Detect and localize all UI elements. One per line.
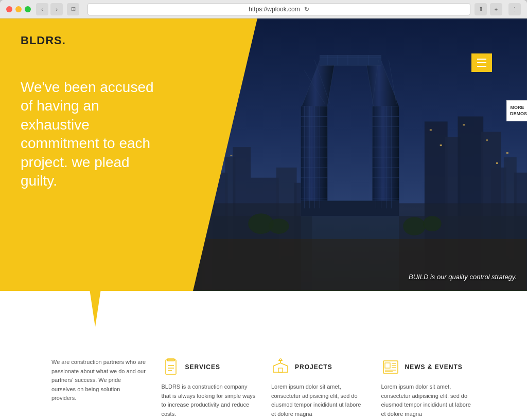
- svg-point-74: [403, 217, 426, 235]
- minimize-dot[interactable]: [15, 6, 22, 12]
- more-demos-label: MORE DEMOS: [510, 105, 527, 116]
- share-button[interactable]: ⬆: [475, 3, 487, 15]
- bottom-section: We are construction partners who are pas…: [0, 327, 527, 420]
- browser-nav: ‹ ›: [36, 3, 63, 15]
- hero-headline: We've been accused of having an exhausti…: [21, 78, 154, 190]
- svg-point-73: [269, 218, 289, 234]
- website-content: BLDRS. We've been accused of having an e…: [0, 19, 527, 420]
- browser-actions: ⬆ + ⋮: [475, 3, 521, 15]
- services-text: BLDRS is a construction company that is …: [162, 382, 256, 418]
- hero-caption: BUILD is our quality control strategy.: [409, 273, 517, 281]
- news-title: NEWS & EVENTS: [405, 363, 463, 371]
- projects-text: Lorem ipsum dolor sit amet, consectetur …: [271, 382, 366, 418]
- browser-titlebar: ‹ › ⊡ https://wplook.com ↻ ⬆ + ⋮: [0, 0, 527, 19]
- logo: BLDRS.: [21, 34, 237, 47]
- menu-line-1: [477, 59, 486, 60]
- svg-rect-65: [430, 129, 432, 131]
- refresh-icon[interactable]: ↻: [304, 6, 309, 13]
- projects-icon: [271, 358, 290, 376]
- svg-rect-64: [231, 155, 233, 156]
- url-text: https://wplook.com: [249, 6, 300, 13]
- news-icon: [381, 358, 400, 376]
- maximize-dot[interactable]: [25, 6, 31, 12]
- services-icon-area: SERVICES: [162, 358, 220, 376]
- sidebar-button[interactable]: ⋮: [508, 3, 521, 15]
- hamburger-menu-button[interactable]: [471, 53, 492, 72]
- chevron-area: [0, 291, 527, 327]
- menu-line-3: [477, 66, 486, 67]
- svg-rect-70: [506, 152, 508, 154]
- projects-title: PROJECTS: [295, 363, 332, 371]
- svg-rect-84: [385, 363, 390, 368]
- svg-rect-76: [166, 360, 176, 374]
- forward-button[interactable]: ›: [50, 3, 63, 15]
- window-toggle-button[interactable]: ⊡: [67, 3, 79, 15]
- projects-icon-area: PROJECTS: [271, 358, 332, 376]
- svg-rect-71: [184, 239, 527, 290]
- svg-rect-21: [301, 200, 399, 216]
- browser-window: ‹ › ⊡ https://wplook.com ↻ ⬆ + ⋮ MORE DE…: [0, 0, 527, 420]
- menu-line-2: [477, 62, 486, 63]
- hero-section: BLDRS. We've been accused of having an e…: [0, 19, 527, 291]
- svg-point-81: [279, 359, 282, 361]
- more-demos-tab[interactable]: MORE DEMOS: [506, 100, 527, 121]
- yellow-chevron: [49, 291, 142, 327]
- bookmark-button[interactable]: +: [490, 3, 502, 15]
- close-dot[interactable]: [6, 6, 12, 12]
- services-card: SERVICES BLDRS is a construction company…: [162, 358, 256, 418]
- svg-rect-67: [463, 124, 465, 125]
- browser-dots: [6, 6, 31, 12]
- url-bar[interactable]: https://wplook.com ↻: [87, 3, 470, 15]
- news-icon-area: NEWS & EVENTS: [381, 358, 463, 376]
- intro-text-block: We are construction partners who are pas…: [51, 358, 146, 418]
- news-text: Lorem ipsum dolor sit amet, consectetur …: [381, 382, 476, 418]
- svg-rect-82: [278, 368, 283, 372]
- projects-card: PROJECTS Lorem ipsum dolor sit amet, con…: [271, 358, 366, 418]
- svg-rect-68: [486, 139, 488, 141]
- services-title: SERVICES: [185, 363, 220, 371]
- svg-rect-69: [496, 162, 498, 164]
- back-button[interactable]: ‹: [36, 3, 48, 15]
- intro-text: We are construction partners who are pas…: [51, 358, 146, 403]
- services-icon: [162, 358, 180, 376]
- bottom-grid: We are construction partners who are pas…: [51, 358, 476, 418]
- svg-rect-18: [320, 55, 381, 65]
- svg-rect-66: [440, 144, 442, 146]
- news-card: NEWS & EVENTS Lorem ipsum dolor sit amet…: [381, 358, 476, 418]
- svg-point-75: [423, 216, 442, 231]
- hero-caption-text: BUILD is our quality control strategy.: [409, 273, 517, 281]
